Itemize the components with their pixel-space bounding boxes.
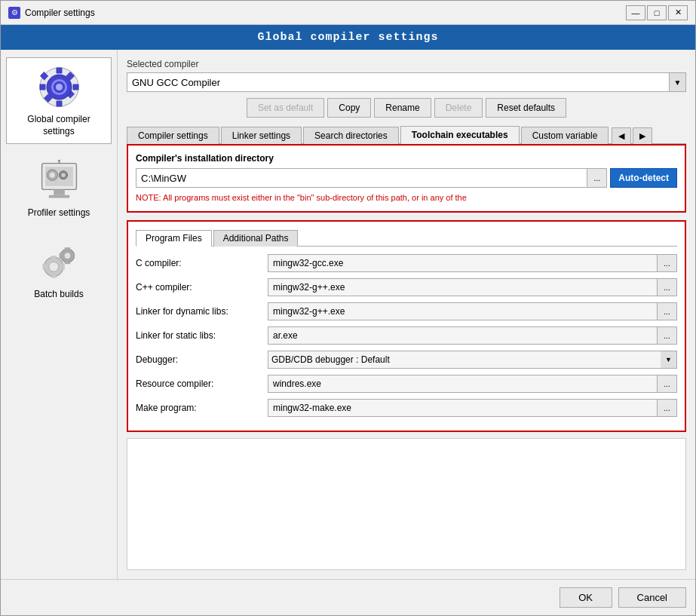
make-program-label: Make program: <box>136 403 268 413</box>
footer: OK Cancel <box>1 579 695 615</box>
make-program-input[interactable] <box>268 399 658 417</box>
debugger-select-wrapper: GDB/CDB debugger : Default ▼ <box>268 351 677 369</box>
tab-scroll-left[interactable]: ◀ <box>612 127 631 144</box>
svg-rect-24 <box>59 253 62 259</box>
app-icon: ⚙ <box>8 7 20 19</box>
selected-compiler-label: Selected compiler <box>127 59 686 69</box>
c-compiler-label: C compiler: <box>136 258 268 268</box>
bottom-empty-area <box>127 438 686 570</box>
resource-compiler-row: Resource compiler: ... <box>136 375 677 393</box>
title-bar-left: ⚙ Compiler settings <box>8 7 95 19</box>
title-bar: ⚙ Compiler settings — □ ✕ <box>1 1 695 25</box>
svg-rect-23 <box>64 262 69 265</box>
delete-button[interactable]: Delete <box>434 98 483 118</box>
svg-point-3 <box>55 83 62 90</box>
svg-point-11 <box>49 172 54 177</box>
program-tabs-bar: Program Files Additional Paths <box>136 229 677 247</box>
c-compiler-input[interactable] <box>268 254 658 272</box>
svg-rect-6 <box>54 189 65 195</box>
linker-dynamic-browse-button[interactable]: ... <box>658 302 677 320</box>
svg-point-15 <box>48 262 58 272</box>
compiler-dropdown-arrow-icon[interactable]: ▼ <box>670 72 686 92</box>
install-dir-input[interactable] <box>136 168 587 188</box>
copy-button[interactable]: Copy <box>327 98 371 118</box>
sidebar-item-batch-builds[interactable]: Batch builds <box>6 233 112 307</box>
install-dir-label: Compiler's installation directory <box>136 153 677 164</box>
linker-static-label: Linker for static libs: <box>136 330 268 341</box>
program-tab-paths[interactable]: Additional Paths <box>213 230 299 247</box>
sidebar-item-global-compiler[interactable]: Global compilersettings <box>6 57 112 144</box>
install-dir-section: Compiler's installation directory ... Au… <box>127 144 686 213</box>
svg-point-9 <box>57 160 60 161</box>
tab-custom-variable[interactable]: Custom variable <box>521 127 609 144</box>
cpp-compiler-row: C++ compiler: ... <box>136 278 677 296</box>
cpp-compiler-label: C++ compiler: <box>136 282 268 293</box>
compiler-dropdown-row: GNU GCC Compiler ▼ <box>127 72 686 92</box>
maximize-button[interactable]: □ <box>647 5 667 20</box>
install-dir-browse-button[interactable]: ... <box>587 168 607 188</box>
content-area: Global compilersettings <box>1 50 695 579</box>
dialog-header: Global compiler settings <box>1 25 695 50</box>
svg-rect-25 <box>72 253 75 259</box>
linker-dynamic-input[interactable] <box>268 302 658 320</box>
debugger-row: Debugger: GDB/CDB debugger : Default ▼ <box>136 351 677 369</box>
make-program-row: Make program: ... <box>136 399 677 417</box>
tab-compiler-settings[interactable]: Compiler settings <box>127 127 219 144</box>
reset-defaults-button[interactable]: Reset defaults <box>486 98 566 118</box>
sidebar-profiler-label: Profiler settings <box>28 207 90 219</box>
autodetect-button[interactable]: Auto-detect <box>610 168 677 188</box>
linker-static-input[interactable] <box>268 326 658 345</box>
cpp-compiler-input[interactable] <box>268 278 658 296</box>
make-program-browse-button[interactable]: ... <box>658 399 677 417</box>
program-files-section: Program Files Additional Paths C compile… <box>127 220 686 432</box>
install-dir-note: NOTE: All programs must exist either in … <box>136 192 677 204</box>
resource-compiler-label: Resource compiler: <box>136 378 268 389</box>
ok-button[interactable]: OK <box>560 587 612 608</box>
linker-static-browse-button[interactable]: ... <box>658 326 677 345</box>
window-controls: — □ ✕ <box>626 5 688 20</box>
svg-point-21 <box>63 253 70 259</box>
rename-button[interactable]: Rename <box>374 98 431 118</box>
linker-dynamic-row: Linker for dynamic libs: ... <box>136 302 677 320</box>
cancel-button[interactable]: Cancel <box>618 587 686 608</box>
svg-rect-16 <box>51 256 56 259</box>
sidebar-item-profiler[interactable]: Profiler settings <box>6 152 112 225</box>
tab-scroll-right[interactable]: ▶ <box>633 127 652 144</box>
debugger-select[interactable]: GDB/CDB debugger : Default <box>268 351 677 369</box>
tabs-bar: Compiler settings Linker settings Search… <box>127 125 686 144</box>
toolbar-row: Set as default Copy Rename Delete Reset … <box>127 98 686 118</box>
linker-dynamic-label: Linker for dynamic libs: <box>136 306 268 317</box>
c-compiler-row: C compiler: ... <box>136 254 677 272</box>
window-title: Compiler settings <box>25 8 95 18</box>
batch-builds-icon <box>36 239 81 284</box>
linker-static-row: Linker for static libs: ... <box>136 326 677 345</box>
sidebar-global-compiler-label: Global compilersettings <box>27 114 90 137</box>
global-compiler-icon <box>36 64 81 109</box>
tab-search-directories[interactable]: Search directories <box>303 127 399 144</box>
tab-toolchain-executables[interactable]: Toolchain executables <box>400 126 520 144</box>
main-panel: Selected compiler GNU GCC Compiler ▼ Set… <box>118 50 695 579</box>
svg-rect-19 <box>61 264 65 269</box>
sidebar: Global compilersettings <box>1 50 118 579</box>
install-dir-row: ... Auto-detect <box>136 168 677 188</box>
profiler-icon <box>36 158 81 203</box>
compiler-dropdown[interactable]: GNU GCC Compiler <box>127 72 670 92</box>
cpp-compiler-browse-button[interactable]: ... <box>658 278 677 296</box>
svg-rect-7 <box>48 195 69 198</box>
svg-rect-17 <box>51 274 56 278</box>
debugger-label: Debugger: <box>136 354 268 365</box>
set-as-default-button[interactable]: Set as default <box>247 98 324 118</box>
minimize-button[interactable]: — <box>626 5 645 20</box>
close-button[interactable]: ✕ <box>668 5 688 20</box>
resource-compiler-browse-button[interactable]: ... <box>658 375 677 393</box>
c-compiler-browse-button[interactable]: ... <box>658 254 677 272</box>
program-tab-files[interactable]: Program Files <box>136 230 212 247</box>
resource-compiler-input[interactable] <box>268 375 658 393</box>
svg-point-13 <box>61 173 66 177</box>
sidebar-batch-builds-label: Batch builds <box>34 289 83 301</box>
svg-rect-18 <box>42 264 46 269</box>
svg-rect-22 <box>64 247 69 250</box>
compiler-settings-window: ⚙ Compiler settings — □ ✕ Global compile… <box>0 0 696 616</box>
tab-linker-settings[interactable]: Linker settings <box>221 127 302 144</box>
